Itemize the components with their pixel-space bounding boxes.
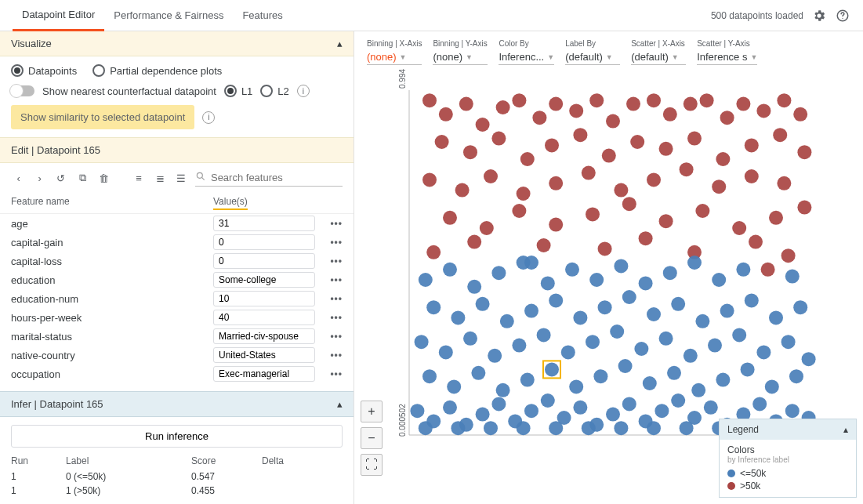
feature-value-input[interactable] <box>213 216 315 231</box>
data-point[interactable] <box>476 118 490 132</box>
data-point[interactable] <box>467 235 481 249</box>
data-point[interactable] <box>459 97 473 111</box>
data-point[interactable] <box>769 211 783 225</box>
data-point[interactable] <box>704 401 718 415</box>
feature-value-input[interactable] <box>213 272 315 288</box>
radio-l1[interactable]: L1 <box>224 85 252 97</box>
data-point[interactable] <box>745 293 759 307</box>
data-point[interactable] <box>671 297 685 311</box>
data-point[interactable] <box>663 107 677 121</box>
data-point[interactable] <box>659 332 673 346</box>
data-point[interactable] <box>439 107 453 121</box>
data-point[interactable] <box>781 248 796 263</box>
data-point[interactable] <box>589 273 604 287</box>
data-point[interactable] <box>720 111 734 125</box>
data-point[interactable] <box>443 263 457 277</box>
data-point[interactable] <box>463 332 477 346</box>
run-inference-button[interactable]: Run inference <box>11 425 343 448</box>
data-point[interactable] <box>491 397 506 411</box>
control-select[interactable]: (none) ▼ <box>367 49 422 65</box>
data-point[interactable] <box>752 397 767 411</box>
data-point[interactable] <box>549 421 563 435</box>
data-point[interactable] <box>647 421 661 435</box>
feature-value-input[interactable] <box>213 328 315 344</box>
visualize-section-header[interactable]: Visualize ▴ <box>0 31 354 56</box>
data-point[interactable] <box>700 93 714 107</box>
data-point[interactable] <box>630 135 644 149</box>
data-point[interactable] <box>610 325 624 339</box>
control-select[interactable]: Inferenc... ▼ <box>499 49 554 65</box>
data-point[interactable] <box>451 310 465 325</box>
data-point[interactable] <box>647 172 661 187</box>
fullscreen-button[interactable]: ⛶ <box>361 454 383 476</box>
copy-icon[interactable]: ⧉ <box>75 170 90 186</box>
data-point[interactable] <box>691 383 705 397</box>
data-point[interactable] <box>439 345 453 359</box>
data-point[interactable] <box>614 421 628 435</box>
data-point[interactable] <box>634 342 648 356</box>
data-point[interactable] <box>541 276 555 290</box>
infer-section-header[interactable]: Infer | Datapoint 165 ▴ <box>0 391 354 417</box>
data-point[interactable] <box>586 335 600 349</box>
data-point[interactable] <box>777 176 791 190</box>
data-point[interactable] <box>598 241 612 256</box>
data-point[interactable] <box>687 256 702 270</box>
data-point[interactable] <box>496 383 510 397</box>
prev-datapoint-icon[interactable]: ‹ <box>11 170 26 186</box>
data-point[interactable] <box>537 328 551 342</box>
data-point[interactable] <box>476 408 490 422</box>
data-point[interactable] <box>480 221 494 235</box>
more-icon[interactable]: ••• <box>330 350 343 361</box>
data-point[interactable] <box>708 339 722 353</box>
data-point[interactable] <box>797 145 811 159</box>
data-point[interactable] <box>484 421 498 435</box>
data-point[interactable] <box>777 93 791 107</box>
data-point[interactable] <box>643 376 657 390</box>
tab-datapoint-editor[interactable]: Datapoint Editor <box>13 0 104 31</box>
data-point[interactable] <box>549 97 563 111</box>
control-select[interactable]: (none) ▼ <box>433 49 488 65</box>
data-point[interactable] <box>593 369 607 383</box>
data-point[interactable] <box>785 270 800 284</box>
data-point[interactable] <box>443 401 457 415</box>
feature-value-input[interactable] <box>213 253 315 269</box>
data-point[interactable] <box>443 211 457 225</box>
data-point[interactable] <box>524 304 538 318</box>
feature-value-header[interactable]: Value(s) <box>213 196 248 210</box>
reset-icon[interactable]: ↺ <box>53 170 68 186</box>
zoom-in-button[interactable]: + <box>361 401 383 422</box>
data-point[interactable] <box>410 404 424 418</box>
data-point[interactable] <box>773 128 787 142</box>
data-point[interactable] <box>512 339 526 353</box>
data-point[interactable] <box>491 266 506 280</box>
data-point[interactable] <box>422 172 437 187</box>
data-point[interactable] <box>415 335 429 349</box>
data-point[interactable] <box>769 310 783 325</box>
gear-icon[interactable] <box>811 8 827 24</box>
data-point[interactable] <box>467 280 481 294</box>
data-point[interactable] <box>659 214 673 228</box>
data-point[interactable] <box>680 421 694 435</box>
data-point[interactable] <box>695 314 709 328</box>
data-point[interactable] <box>749 235 763 249</box>
data-point[interactable] <box>680 162 694 176</box>
data-point[interactable] <box>573 401 587 415</box>
data-point[interactable] <box>647 307 661 321</box>
similarity-button[interactable]: Show similarity to selected datapoint <box>11 105 194 129</box>
data-point[interactable] <box>541 393 555 408</box>
data-point[interactable] <box>716 373 730 387</box>
data-point[interactable] <box>756 345 771 359</box>
data-point[interactable] <box>781 335 796 349</box>
data-point[interactable] <box>589 93 604 107</box>
data-point[interactable] <box>712 179 726 194</box>
numbered-list-icon[interactable]: ≣ <box>153 170 168 186</box>
data-point[interactable] <box>426 300 441 314</box>
more-icon[interactable]: ••• <box>330 256 343 267</box>
data-point[interactable] <box>622 290 636 304</box>
radio-partial-dependence[interactable]: Partial dependence plots <box>92 64 222 77</box>
data-point[interactable] <box>687 132 702 146</box>
tab-performance-fairness[interactable]: Performance & Fairness <box>104 0 233 31</box>
data-point[interactable] <box>569 103 583 118</box>
data-point[interactable] <box>716 152 730 166</box>
more-icon[interactable]: ••• <box>330 237 343 248</box>
